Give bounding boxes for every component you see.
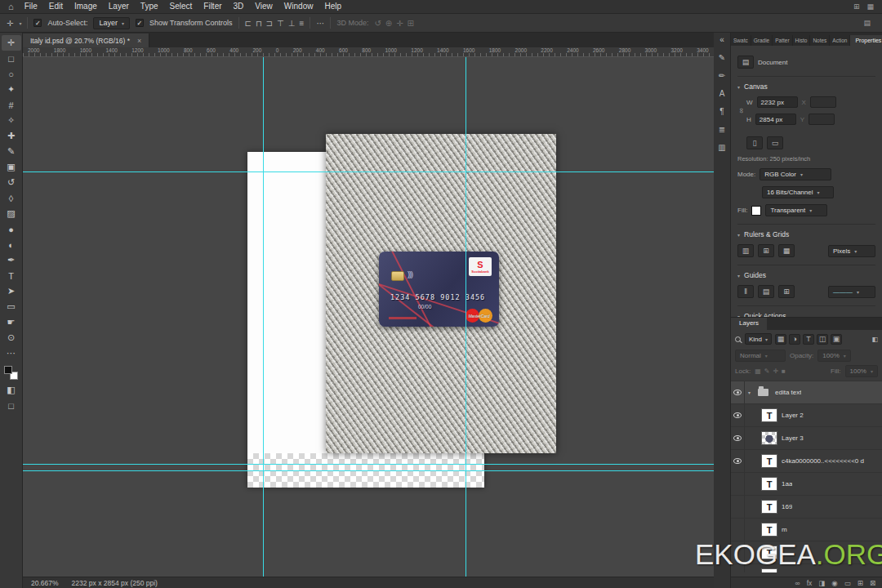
lasso-tool[interactable]: ○: [2, 66, 21, 82]
more-options-icon[interactable]: ⋯: [316, 19, 324, 28]
tool-preset-caret-icon[interactable]: ▾: [19, 20, 21, 26]
clear-guides-icon[interactable]: ⊞: [778, 285, 795, 298]
bit-depth-dropdown[interactable]: 16 Bits/Channel▾: [762, 186, 834, 198]
color-mode-dropdown[interactable]: RGB Color▾: [760, 168, 831, 180]
portrait-orientation-button[interactable]: ▯: [746, 136, 763, 149]
lock-transparency-icon[interactable]: ▦: [755, 368, 761, 375]
filter-pixel-layers-icon[interactable]: ▦: [775, 334, 786, 345]
collapse-panels-icon[interactable]: «: [719, 36, 724, 44]
guide-vertical[interactable]: [466, 57, 466, 577]
layer-row[interactable]: T c4ka0000000..<<<<<<<<0 d: [731, 450, 882, 473]
guide-horizontal[interactable]: [23, 464, 714, 465]
gradient-tool[interactable]: ▨: [2, 206, 21, 221]
layer-name[interactable]: Layer 3: [782, 434, 804, 442]
link-layers-icon[interactable]: ∞: [795, 579, 800, 587]
path-select-tool[interactable]: ➤: [2, 283, 21, 299]
guides-section-header[interactable]: ▾ Guides: [737, 265, 875, 279]
menu-item[interactable]: Layer: [103, 0, 135, 13]
zoom-level[interactable]: 20.667%: [31, 579, 59, 587]
width-field[interactable]: 2232 px: [757, 96, 798, 108]
panel-tab[interactable]: Gradie: [751, 35, 773, 46]
new-group-icon[interactable]: ▭: [844, 579, 851, 587]
filter-adjustment-layers-icon[interactable]: ◑: [789, 334, 800, 345]
layer-thumbnail[interactable]: [761, 431, 777, 445]
tab-properties[interactable]: Properties: [850, 35, 882, 46]
layer-thumbnail[interactable]: [755, 385, 771, 399]
layer-visibility-toggle[interactable]: [731, 450, 745, 472]
ruler-units-dropdown[interactable]: Pixels▾: [828, 245, 875, 257]
move-tool[interactable]: ✛: [2, 35, 21, 51]
crop-tool[interactable]: #: [2, 97, 21, 113]
lock-all-icon[interactable]: ■: [782, 368, 786, 375]
layer-name[interactable]: c4ka0000000..<<<<<<<<0 d: [782, 457, 864, 465]
link-dimensions-icon[interactable]: ∞: [731, 106, 762, 115]
layer-visibility-toggle[interactable]: [731, 496, 745, 518]
layer-effects-icon[interactable]: fx: [807, 579, 813, 587]
guide-horizontal[interactable]: [23, 470, 714, 471]
dodge-tool[interactable]: ◐: [2, 237, 21, 252]
panel-tab[interactable]: Notes: [810, 35, 830, 46]
foreground-color-swatch[interactable]: [4, 366, 12, 374]
auto-select-target-dropdown[interactable]: Layer▾: [93, 17, 130, 29]
adjustment-layer-icon[interactable]: ◉: [831, 579, 837, 587]
menu-item[interactable]: Select: [164, 0, 198, 13]
shape-tool[interactable]: ▭: [2, 299, 21, 314]
workspace-icon[interactable]: ▤: [863, 19, 871, 27]
zoom-tool[interactable]: ⊙: [2, 330, 21, 345]
quick-mask-mode[interactable]: ◧: [2, 382, 21, 398]
clone-stamp-tool[interactable]: ▣: [2, 159, 21, 175]
show-transform-checkbox[interactable]: ✓: [136, 19, 144, 27]
menu-item[interactable]: File: [19, 0, 43, 13]
distribute-icon[interactable]: ≡: [300, 19, 305, 28]
layer-row[interactable]: ▾ edita text: [731, 381, 882, 404]
layer-visibility-toggle[interactable]: [731, 427, 745, 449]
guide-style-dropdown[interactable]: ———▾: [828, 286, 875, 298]
landscape-orientation-button[interactable]: ▭: [767, 136, 783, 149]
workspace-switcher-icon[interactable]: ▦: [866, 2, 874, 11]
menu-item[interactable]: Edit: [43, 0, 69, 13]
layer-thumbnail[interactable]: T: [761, 477, 777, 491]
layer-visibility-toggle[interactable]: [731, 381, 745, 403]
align-right-icon[interactable]: ⊐: [266, 19, 273, 28]
eraser-tool[interactable]: ◊: [2, 190, 21, 206]
layer-thumbnail[interactable]: T: [761, 408, 777, 422]
close-icon[interactable]: ×: [137, 37, 141, 45]
clone-source-icon[interactable]: ✏: [719, 72, 725, 80]
layer-name[interactable]: 1aa: [782, 480, 792, 488]
align-center-icon[interactable]: ⊓: [256, 19, 262, 28]
document-tab[interactable]: Italy id.psd @ 20.7% (RGB/16) * ×: [23, 33, 149, 47]
history-brush-tool[interactable]: ↺: [2, 175, 21, 190]
panel-tab[interactable]: Action: [830, 35, 850, 46]
menu-item[interactable]: 3D: [228, 0, 250, 13]
new-layer-icon[interactable]: ⊞: [858, 579, 863, 587]
layer-name[interactable]: edita text: [775, 389, 801, 396]
filter-smart-objects-icon[interactable]: ▣: [831, 334, 842, 345]
lock-paint-icon[interactable]: ✎: [764, 368, 770, 375]
filter-type-layers-icon[interactable]: T: [803, 334, 814, 345]
menu-item[interactable]: Image: [69, 0, 103, 13]
panel-tab[interactable]: Histo: [793, 35, 811, 46]
align-bottom-icon[interactable]: ⊥: [288, 19, 296, 28]
layer-visibility-toggle[interactable]: [731, 473, 745, 495]
layer-thumbnail[interactable]: T: [761, 500, 777, 514]
hand-tool[interactable]: ☛: [2, 314, 21, 330]
libraries-panel-icon[interactable]: ▥: [718, 144, 725, 152]
menu-item[interactable]: View: [249, 0, 278, 13]
canvas-fill-dropdown[interactable]: Transparent▾: [765, 204, 827, 216]
panel-tab[interactable]: Swatc: [731, 35, 751, 46]
ruler-icon[interactable]: ▥: [737, 244, 754, 257]
menu-item[interactable]: Filter: [198, 0, 227, 13]
horizontal-ruler[interactable]: 2000180016001400120010008006004002000200…: [23, 47, 714, 57]
grid-settings-icon[interactable]: ▦: [778, 244, 795, 257]
layer-thumbnail[interactable]: T: [761, 523, 777, 537]
grid-icon[interactable]: ⊞: [758, 244, 774, 257]
group-expand-caret[interactable]: ▾: [745, 390, 754, 395]
delete-layer-icon[interactable]: ⊠: [870, 579, 875, 587]
type-tool[interactable]: T: [2, 268, 21, 283]
new-guide-layout-icon[interactable]: ‖: [737, 285, 754, 298]
fill-field[interactable]: 100%▾: [845, 365, 878, 377]
opacity-field[interactable]: 100%▾: [817, 350, 850, 362]
brush-tool[interactable]: ✎: [2, 144, 21, 159]
healing-brush-tool[interactable]: ✚: [2, 128, 21, 144]
menu-item[interactable]: Type: [135, 0, 164, 13]
